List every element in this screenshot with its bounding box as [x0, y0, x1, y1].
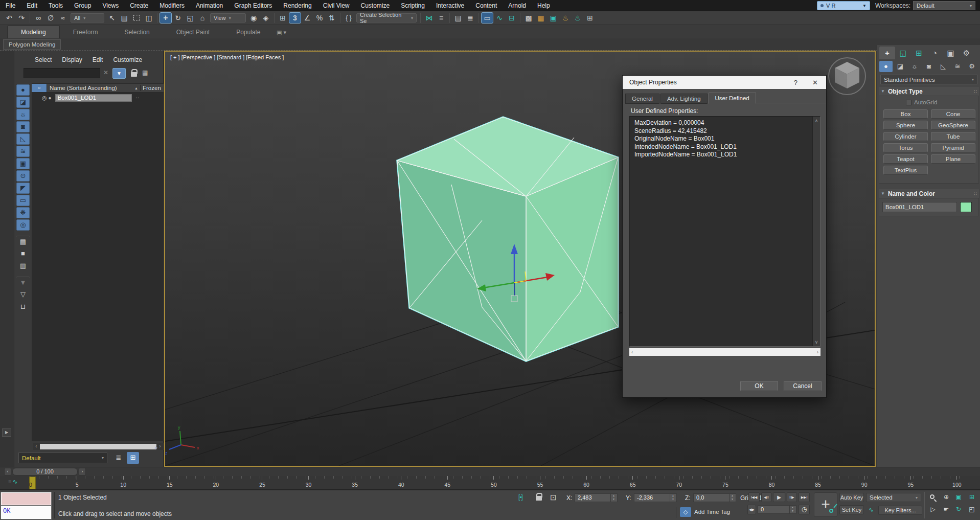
hierarchy-view-icon[interactable]: ⊞ — [127, 452, 139, 464]
object-type-button[interactable]: TextPlus — [883, 166, 928, 175]
current-frame-field[interactable]: 0 ▲▼ — [758, 505, 796, 514]
key-filter-curve-icon[interactable]: ∿ — [866, 506, 876, 515]
menu-item[interactable]: Group — [69, 1, 97, 11]
object-type-button[interactable]: Torus — [883, 143, 928, 152]
tab-adv-lighting[interactable]: Adv. Lighting — [660, 94, 708, 104]
render-iterative-icon[interactable]: ♨ — [572, 12, 584, 24]
tab-general[interactable]: General — [625, 94, 659, 104]
snaps-toggle-icon[interactable]: 3 — [289, 12, 301, 24]
percent-snap-icon[interactable]: % — [313, 12, 326, 24]
object-color-swatch[interactable] — [960, 202, 972, 212]
explorer-menu-item[interactable]: Display — [57, 55, 87, 65]
ribbon-options-icon[interactable]: ▣ ▾ — [274, 29, 289, 38]
orbit-icon[interactable]: ↻ — [953, 505, 964, 514]
ribbon-tab-freeform[interactable]: Freeform — [60, 26, 111, 38]
systems-icon[interactable]: ⚙ — [965, 61, 978, 72]
named-selection-sets-icon[interactable]: { } — [343, 12, 355, 24]
user-account-button[interactable]: V R ▼ — [817, 1, 870, 10]
pan-icon[interactable]: ☛ — [941, 505, 952, 514]
active-layer-dropdown[interactable]: Default ▾ — [18, 453, 107, 463]
tab-motion-icon[interactable]: ◔ — [927, 47, 943, 59]
reference-coordinate-dropdown[interactable]: View ▾ — [210, 13, 246, 22]
z-coordinate-field[interactable]: 0,0 ▲▼ — [693, 493, 736, 502]
menu-item[interactable]: Scripting — [395, 1, 430, 11]
box-object[interactable] — [397, 117, 618, 361]
tab-modify-icon[interactable]: ◱ — [895, 47, 911, 59]
scrollbar-thumb[interactable] — [40, 444, 156, 449]
autogrid-checkbox[interactable] — [906, 100, 911, 105]
menu-item[interactable]: Graph Editors — [229, 1, 278, 11]
go-to-end-button[interactable]: ▶▶I — [799, 492, 810, 502]
display-filter-icon[interactable]: ◤ — [16, 183, 30, 194]
scroll-up-icon[interactable]: ∧ — [813, 118, 820, 123]
menu-item[interactable]: Tools — [43, 1, 69, 11]
rectangular-selection-region-icon[interactable] — [130, 12, 143, 24]
use-pivot-center-icon[interactable]: ◉ — [247, 12, 260, 24]
workspace-dropdown[interactable]: Default ▾ — [913, 1, 975, 10]
maxscript-listener-field[interactable]: OK — [1, 506, 51, 519]
select-and-link-icon[interactable]: ∞ — [32, 12, 44, 24]
menu-item[interactable]: File — [0, 1, 21, 11]
object-name-cell[interactable]: Box001_LOD1 ∷ — [55, 94, 132, 102]
timeline-ruler[interactable]: ≡∿ 0510152025303540455055606570758085909… — [0, 476, 980, 490]
display-filter-icon[interactable]: ⊙ — [16, 170, 30, 182]
zoom-extents-all-icon[interactable]: ⊞ — [966, 492, 977, 502]
mini-curve-editor-icon[interactable]: ≡∿ — [8, 478, 17, 485]
spinner-icon[interactable]: ▲▼ — [789, 506, 795, 513]
y-coordinate-field[interactable]: -2,336 ▲▼ — [634, 493, 677, 502]
category-dropdown[interactable]: Standard Primitives ▾ — [880, 75, 977, 84]
object-type-button[interactable]: Tube — [931, 132, 975, 141]
object-type-button[interactable]: Cone — [931, 109, 975, 119]
cameras-icon[interactable]: ◙ — [922, 61, 936, 72]
align-icon[interactable]: ≡ — [435, 12, 447, 24]
create-selection-set-dropdown[interactable]: Create Selection Se ▾ — [356, 13, 417, 22]
toggle-layer-explorer-icon[interactable]: ≣ — [464, 12, 476, 24]
isolate-selection-icon[interactable]: [▪] — [518, 493, 522, 501]
select-and-place-icon[interactable]: ⌂ — [196, 12, 209, 24]
dialog-title-bar[interactable]: Object Properties ? ✕ — [623, 76, 826, 89]
play-button[interactable]: ▶ — [773, 492, 785, 502]
display-filter-icon[interactable]: ▽ — [16, 289, 30, 300]
next-frame-button[interactable]: II▶ — [787, 492, 797, 502]
zoom-all-icon[interactable]: ⊕ — [941, 492, 952, 502]
object-type-button[interactable]: Box — [883, 109, 928, 119]
explorer-menu-item[interactable]: Edit — [87, 55, 108, 65]
macro-recorder-field[interactable] — [1, 492, 51, 505]
display-filter-icon[interactable]: ☼ — [16, 109, 30, 120]
key-filters-button[interactable]: Key Filters... — [878, 506, 922, 515]
explorer-hscrollbar[interactable]: ‹ › — [33, 443, 164, 450]
table-row[interactable]: ◎ ● Box001_LOD1 ∷ — [32, 94, 164, 102]
polygon-modeling-panel[interactable]: Polygon Modeling — [3, 39, 61, 50]
mirror-icon[interactable]: ⋈ — [423, 12, 435, 24]
filter-icon[interactable]: ▼ — [112, 68, 126, 79]
explorer-menu-item[interactable]: Customize — [108, 55, 147, 65]
help-icon[interactable]: ? — [794, 79, 797, 86]
toggle-scene-explorer-icon[interactable]: ▤ — [452, 12, 464, 24]
time-tag-cube-icon[interactable]: ◇ — [680, 507, 691, 517]
display-filter-icon[interactable]: ≋ — [16, 146, 30, 157]
horizontal-scrollbar[interactable]: ‹ › — [629, 348, 821, 356]
lights-icon[interactable]: ☼ — [908, 61, 921, 72]
spinner-icon[interactable]: ▲▼ — [610, 494, 617, 502]
display-filter-icon[interactable]: ◪ — [16, 97, 30, 108]
display-filter-icon[interactable]: ◙ — [16, 121, 30, 132]
display-filter-icon[interactable]: ◎ — [16, 219, 30, 231]
menu-item[interactable]: Interactive — [430, 1, 470, 11]
absolute-offset-icon[interactable]: ⊡ — [550, 493, 557, 502]
menu-item[interactable]: Animation — [190, 1, 229, 11]
schematic-view-icon[interactable]: ⊟ — [506, 12, 518, 24]
x-coordinate-field[interactable]: 2,483 ▲▼ — [575, 493, 618, 502]
menu-item[interactable]: Rendering — [278, 1, 317, 11]
helpers-icon[interactable]: ◺ — [937, 61, 950, 72]
tab-create-icon[interactable]: + — [879, 47, 895, 59]
auto-key-button[interactable]: Auto Key — [839, 493, 864, 502]
display-filter-icon[interactable]: ● — [16, 84, 30, 96]
shapes-icon[interactable]: ◪ — [894, 61, 907, 72]
scroll-down-icon[interactable]: ∨ — [813, 340, 820, 345]
object-type-button[interactable]: GeoSphere — [931, 121, 975, 130]
select-and-scale-icon[interactable]: ◱ — [184, 12, 196, 24]
menu-item[interactable]: Modifiers — [154, 1, 190, 11]
object-name-field[interactable]: Box001_LOD1 — [882, 202, 957, 212]
vertical-scrollbar[interactable]: ∧ ∨ — [812, 117, 820, 346]
tab-utilities-icon[interactable]: ⚙ — [959, 47, 974, 59]
